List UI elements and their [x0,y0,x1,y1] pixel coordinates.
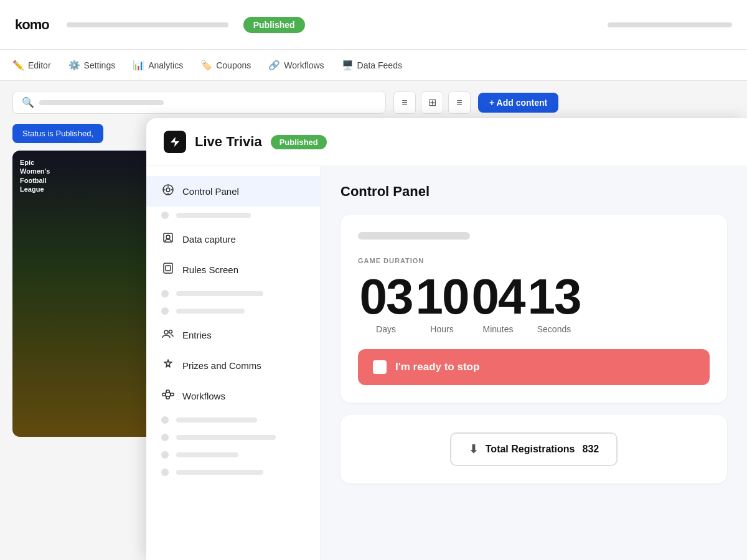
sidebar-skeleton-3 [146,302,320,320]
modal-sidebar: Control Panel Data capture Rules Screen [146,166,321,560]
sidebar-label-rules-screen: Rules Screen [182,264,238,275]
status-bar: Status is Published, [12,124,103,143]
search-box[interactable]: 🔍 [12,91,386,114]
card-title: EpicWomen'sFootballLeague [20,158,50,194]
tab-editor[interactable]: ✏️ Editor [12,57,51,73]
modal-main: Control Panel GAME DURATION 03 Days 10 H… [321,166,747,560]
timer-hours: 10 Hours [414,272,470,334]
svg-line-18 [169,391,171,394]
header-published-badge: Published [243,17,305,33]
sidebar-skeleton-4 [146,411,320,429]
search-placeholder-skeleton [39,100,164,105]
modal-title: Live Trivia [195,134,262,150]
svg-rect-8 [164,263,172,273]
sidebar-skeleton-2 [146,285,320,302]
tab-analytics[interactable]: 📊 Analytics [133,57,183,73]
sidebar-label-workflows: Workflows [182,391,225,401]
rules-screen-icon [161,262,175,278]
timer-display: 03 Days 10 Hours 04 Minutes 13 Seconds [358,272,710,334]
svg-rect-9 [166,266,171,271]
skeleton-dot-3 [161,307,169,315]
workflows-icon: 🔗 [268,60,280,71]
entries-icon [161,327,175,343]
skeleton-line-3 [176,309,245,314]
modal-header: Live Trivia Published [146,118,747,166]
stop-button[interactable]: I'm ready to stop [358,349,710,385]
list-view-button[interactable]: ≡ [448,91,471,114]
tab-workflows-label: Workflows [284,60,324,70]
sidebar-item-data-capture[interactable]: Data capture [146,224,320,254]
svg-point-10 [164,330,168,334]
analytics-icon: 📊 [133,60,144,71]
tab-analytics-label: Analytics [148,60,183,70]
tab-datafeeds-label: Data Feeds [357,60,402,70]
tab-coupons[interactable]: 🏷️ Coupons [200,57,251,73]
skeleton-dot-7 [161,469,169,476]
skeleton-line-1 [176,213,251,218]
prizes-comms-icon [161,358,175,373]
svg-rect-13 [166,390,169,393]
skeleton-dot-6 [161,451,169,459]
tab-settings[interactable]: ⚙️ Settings [68,57,116,73]
data-capture-icon [161,231,175,247]
timer-days-label: Days [376,324,396,334]
skeleton-dot-1 [161,212,169,219]
skeleton-line-2 [176,291,263,296]
sidebar-label-control-panel: Control Panel [182,186,239,197]
view-controls: ≡ ⊞ ≡ [393,91,471,114]
skeleton-line-6 [176,452,238,457]
download-icon: ⬇ [469,442,478,456]
stop-button-label: I'm ready to stop [395,361,479,373]
modal-published-badge: Published [271,135,327,149]
timer-minutes: 04 Minutes [470,272,526,334]
sidebar-label-entries: Entries [182,330,212,340]
komo-logo: komo [15,17,49,33]
timer-days: 03 Days [358,272,414,334]
stop-checkbox [373,360,387,374]
registrations-label: Total Registrations [486,444,575,455]
sidebar-skeleton-5 [146,429,320,446]
timer-minutes-value: 04 [472,272,525,322]
sidebar-item-rules-screen[interactable]: Rules Screen [146,254,320,285]
settings-icon: ⚙️ [68,60,80,71]
game-title-skeleton [358,232,470,240]
sidebar-item-entries[interactable]: Entries [146,320,320,350]
sidebar-label-prizes-comms: Prizes and Comms [182,360,261,371]
sidebar-item-control-panel[interactable]: Control Panel [146,176,320,207]
timer-hours-value: 10 [416,272,469,322]
timer-seconds-value: 13 [528,272,581,322]
sidebar-label-data-capture: Data capture [182,234,236,245]
sidebar-item-workflows[interactable]: Workflows [146,381,320,411]
modal: Live Trivia Published Control Panel Data… [146,118,747,560]
tab-settings-label: Settings [84,60,116,70]
svg-point-7 [166,235,170,239]
sidebar-skeleton-6 [146,446,320,464]
svg-rect-15 [171,393,174,396]
svg-rect-12 [162,393,166,396]
grid-view-button[interactable]: ⊞ [421,91,443,114]
panel-title: Control Panel [341,184,727,200]
skeleton-dot-5 [161,434,169,441]
timer-seconds: 13 Seconds [526,272,582,334]
modal-body: Control Panel Data capture Rules Screen [146,166,747,560]
skeleton-dot-2 [161,290,169,297]
tab-workflows[interactable]: 🔗 Workflows [268,57,324,73]
add-content-button[interactable]: + Add content [478,93,558,113]
registrations-button[interactable]: ⬇ Total Registrations 832 [450,432,618,466]
skeleton-line-7 [176,470,263,475]
filter-button[interactable]: ≡ [393,91,416,114]
control-panel-icon [161,184,175,199]
editor-icon: ✏️ [12,60,24,71]
registrations-count: 832 [583,444,599,455]
svg-line-19 [169,394,171,398]
sidebar-skeleton-7 [146,464,320,481]
timer-days-value: 03 [360,272,413,322]
skeleton-line-4 [176,418,257,422]
sidebar-item-prizes-comms[interactable]: Prizes and Comms [146,350,320,381]
skeleton-line-5 [176,435,276,440]
svg-line-16 [166,391,166,394]
tab-editor-label: Editor [28,60,51,70]
background-card: EpicWomen'sFootballLeague [12,151,156,437]
game-duration-card: GAME DURATION 03 Days 10 Hours 04 Minute… [341,215,727,403]
tab-datafeeds[interactable]: 🖥️ Data Feeds [342,57,402,73]
